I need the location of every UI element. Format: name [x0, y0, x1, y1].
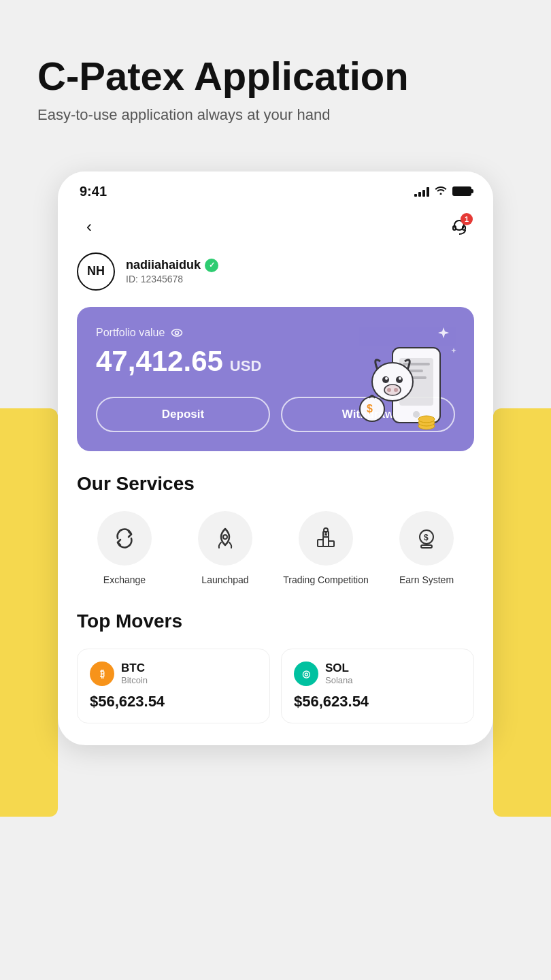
- earn-system-icon-circle: $: [399, 511, 454, 566]
- svg-text:$: $: [367, 403, 373, 414]
- portfolio-illustration: $: [338, 314, 467, 443]
- profile-name: nadiiahaiduk ✓: [126, 258, 218, 272]
- profile-id: ID: 12345678: [126, 274, 218, 284]
- earn-system-icon: $: [414, 526, 439, 551]
- portfolio-amount: 47,412.65: [96, 345, 223, 378]
- svg-rect-32: [421, 545, 432, 548]
- profile-info: nadiiahaiduk ✓ ID: 12345678: [126, 258, 218, 284]
- launchpad-icon-circle: [198, 511, 252, 566]
- sol-price: $56,623.54: [294, 693, 461, 710]
- mover-header-btc: ₿ BTC Bitcoin: [90, 662, 257, 686]
- svg-point-3: [172, 329, 182, 336]
- profile-section: NH nadiiahaiduk ✓ ID: 12345678: [77, 252, 474, 291]
- profile-username: nadiiahaiduk: [126, 258, 201, 272]
- status-time: 9:41: [80, 184, 107, 199]
- yellow-left-panel: [0, 408, 58, 817]
- support-button[interactable]: 1: [444, 212, 474, 242]
- svg-point-24: [223, 535, 227, 539]
- exchange-label: Exchange: [103, 574, 146, 586]
- btc-price: $56,623.54: [90, 693, 257, 710]
- service-exchange[interactable]: Exchange: [77, 511, 172, 586]
- top-movers-title: Top Movers: [77, 610, 474, 632]
- mover-card-sol[interactable]: ◎ SOL Solana $56,623.54: [281, 649, 474, 723]
- svg-point-10: [413, 411, 420, 418]
- service-earn-system[interactable]: $ Earn System: [379, 511, 474, 586]
- status-bar: 9:41: [58, 172, 493, 206]
- svg-point-23: [418, 416, 435, 423]
- svg-rect-7: [403, 363, 430, 365]
- eye-icon: [170, 326, 184, 340]
- support-badge: 1: [461, 213, 473, 225]
- svg-rect-2: [463, 226, 465, 230]
- svg-point-4: [176, 331, 179, 334]
- sol-name: Solana: [325, 675, 352, 685]
- earn-system-label: Earn System: [399, 574, 454, 586]
- deposit-button[interactable]: Deposit: [96, 397, 270, 432]
- services-section: Our Services Exchange: [77, 473, 474, 586]
- nav-bar: ‹ 1: [58, 206, 493, 252]
- page-subtitle: Easy-to-use application always at your h…: [37, 106, 514, 124]
- svg-point-15: [399, 377, 401, 380]
- page-header: C-Patex Application Easy-to-use applicat…: [0, 0, 551, 151]
- yellow-right-panel: [493, 408, 551, 817]
- trading-competition-icon: [314, 526, 338, 551]
- services-grid: Exchange Launchpad: [77, 511, 474, 586]
- mover-header-sol: ◎ SOL Solana: [294, 662, 461, 686]
- mover-card-btc[interactable]: ₿ BTC Bitcoin $56,623.54: [77, 649, 270, 723]
- exchange-icon-circle: [97, 511, 152, 566]
- btc-name: Bitcoin: [121, 675, 148, 685]
- battery-icon: [452, 186, 471, 196]
- top-movers-section: Top Movers ₿ BTC Bitcoin $56,623.54: [77, 610, 474, 723]
- launchpad-icon: [213, 526, 237, 551]
- sol-symbol: SOL: [325, 662, 352, 675]
- svg-point-14: [385, 377, 388, 380]
- phone-content: NH nadiiahaiduk ✓ ID: 12345678 Portfolio…: [58, 252, 493, 745]
- portfolio-card: Portfolio value 47,412.65 USD Deposit Wi…: [77, 307, 474, 451]
- wifi-icon: [435, 185, 447, 197]
- btc-icon: ₿: [90, 662, 114, 686]
- back-button[interactable]: ‹: [77, 214, 101, 239]
- svg-rect-29: [329, 541, 334, 546]
- trading-competition-label: Trading Competition: [283, 574, 369, 586]
- portfolio-currency: USD: [230, 357, 261, 375]
- verified-badge: ✓: [205, 259, 218, 272]
- svg-point-16: [384, 385, 401, 395]
- svg-rect-28: [323, 537, 329, 546]
- page-title: C-Patex Application: [37, 54, 514, 98]
- svg-point-26: [324, 528, 328, 532]
- avatar: NH: [77, 252, 115, 291]
- signal-icon: [414, 186, 429, 197]
- service-launchpad[interactable]: Launchpad: [178, 511, 273, 586]
- service-trading-competition[interactable]: Trading Competition: [278, 511, 373, 586]
- services-title: Our Services: [77, 473, 474, 495]
- svg-text:$: $: [424, 533, 429, 542]
- svg-rect-27: [318, 540, 323, 546]
- svg-rect-1: [453, 226, 456, 230]
- svg-point-18: [394, 388, 398, 392]
- launchpad-label: Launchpad: [201, 574, 248, 586]
- top-movers-grid: ₿ BTC Bitcoin $56,623.54 ◎ SOL So: [77, 649, 474, 723]
- exchange-icon: [112, 526, 137, 551]
- btc-symbol: BTC: [121, 662, 148, 675]
- status-icons: [414, 185, 471, 197]
- svg-point-17: [387, 388, 391, 392]
- phone-frame: 9:41 ‹: [58, 172, 493, 745]
- trading-competition-icon-circle: [299, 511, 353, 566]
- sol-icon: ◎: [294, 662, 318, 686]
